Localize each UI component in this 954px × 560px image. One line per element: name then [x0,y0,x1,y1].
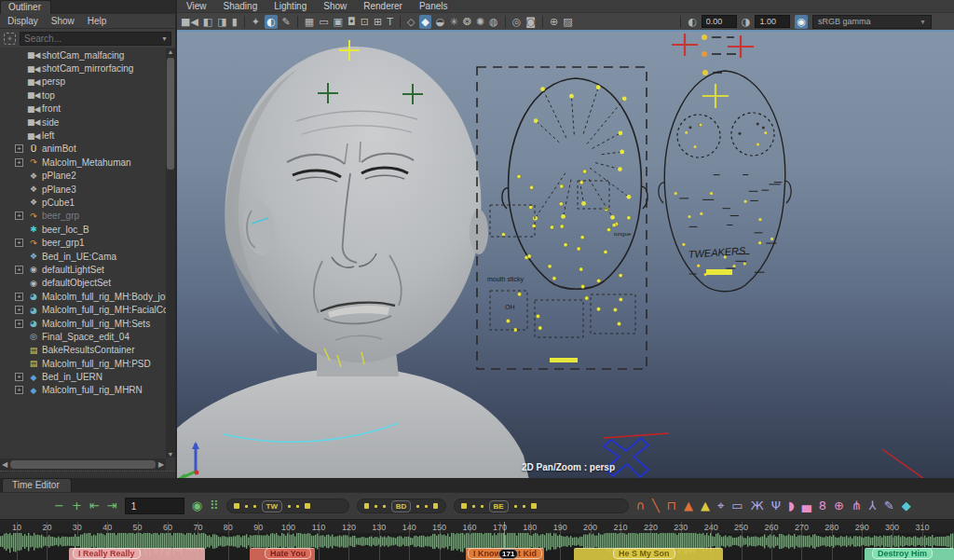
marker-track-BE[interactable]: BE [454,499,629,513]
outliner-vscrollbar[interactable]: ▲ ▼ [166,48,175,458]
xray-icon[interactable]: ◙ [525,15,536,29]
tangent-linear-icon[interactable]: ╲ [652,497,660,515]
diamond-icon[interactable]: ◆ [902,497,911,515]
viewport-canvas[interactable]: mouth sticky tongue OH TWEAKERS [177,30,954,478]
menu-show[interactable]: Show [51,16,75,26]
snap-grid-icon[interactable]: ⠿ [210,497,219,515]
tree-item-Malcolm_full_rig_MH:FacialControls[interactable]: +◕Malcolm_full_rig_MH:FacialControls [0,303,166,316]
tree-item-BakeResultsContainer[interactable]: ▤BakeResultsContainer [0,344,166,357]
scroll-down-icon[interactable]: ▼ [166,451,175,458]
key-dot[interactable] [416,505,419,508]
key-square[interactable] [531,503,537,509]
key-dot[interactable] [375,505,377,508]
region-icon[interactable]: ⊡ [361,15,369,29]
key-dot[interactable] [288,505,291,508]
filter-icon[interactable]: ⌖ [4,33,16,45]
tree-item-Malcolm_full_rig_MH:PSD[interactable]: ▤Malcolm_full_rig_MH:PSD [0,357,166,370]
track-button-BD[interactable]: BD [391,500,412,512]
track-button-BE[interactable]: BE [489,500,509,512]
grease-pencil-icon[interactable]: ▨ [563,15,572,29]
light-icon[interactable]: ✦ [252,15,260,29]
track-button-TW[interactable]: TW [262,500,282,512]
pan-zoom-icon[interactable]: ⊞ [374,15,382,29]
time-editor-timeline[interactable]: 1020304050607080901001101201301401501601… [0,522,954,560]
ao-icon[interactable]: ✺ [476,15,484,29]
tree-item-Final_Space_edit_04[interactable]: ◎Final_Space_edit_04 [0,330,166,343]
key-square[interactable] [461,503,467,509]
ghost-icon[interactable]: ◗ [788,497,795,515]
key-dot[interactable] [383,505,386,508]
mute-icon[interactable]: ◉ [192,497,202,515]
scroll-right-icon[interactable]: ▶ [157,460,166,469]
time-editor-tab[interactable]: Time Editor [2,478,72,492]
camera-lock-icon[interactable]: ◨ [217,15,226,29]
key-dot[interactable] [296,505,299,508]
character-head[interactable] [225,47,488,362]
bookmark-icon[interactable]: ▮ [232,15,238,29]
expand-icon[interactable]: + [15,144,23,153]
expand-icon[interactable]: + [15,306,23,314]
isolate-select-icon[interactable]: ◎ [512,15,522,29]
tree-item-pPlane2[interactable]: ❖pPlane2 [0,170,166,183]
runner-icon[interactable]: Ж [751,497,764,515]
motion-blur-icon[interactable]: ◍ [489,15,498,29]
tangent-step-icon[interactable]: ⊓ [667,497,676,515]
clip-label[interactable]: Hate You [265,548,311,559]
tree-item-Malcolm_full_rig_MH:Body_joints[interactable]: +◕Malcolm_full_rig_MH:Body_joints [0,290,166,303]
tree-item-pCube1[interactable]: ❖pCube1 [0,196,166,209]
start-frame-field[interactable] [125,498,184,514]
gamma-icon[interactable]: ◑ [742,15,751,29]
resolution-gate-icon[interactable]: ▣ [334,15,343,29]
expand-icon[interactable]: + [15,320,23,328]
key-square[interactable] [305,503,310,509]
expand-icon[interactable]: + [15,373,23,381]
key-dot[interactable] [523,505,525,508]
marker-track-TW[interactable]: TW [226,499,349,513]
textured-icon[interactable]: ◒ [436,15,445,29]
view-transform-select[interactable]: sRGB gamma▼ [812,15,932,29]
tree-item-persp[interactable]: ■◀persp [0,75,166,89]
grid-icon[interactable]: ▦ [305,15,314,29]
tree-item-defaultLightSet[interactable]: +◉defaultLightSet [0,263,166,276]
menu-help[interactable]: Help [88,16,107,26]
tree-item-shotCam_malfacing[interactable]: ■◀shotCam_malfacing [0,48,166,61]
pick-graph-icon[interactable]: ⋔ [852,497,862,515]
tree-item-top[interactable]: ■◀top [0,89,166,102]
tree-item-pPlane3[interactable]: ❖pPlane3 [0,183,166,196]
hscroll-thumb[interactable] [10,460,156,469]
tweakers-picker-board[interactable]: TWEAKERS [659,34,791,292]
key-square[interactable] [234,503,239,509]
use-lights-icon[interactable]: ✳ [449,15,457,29]
menu-lighting[interactable]: Lighting [274,1,307,11]
scene-asset-icon[interactable]: ▄ [802,497,811,515]
tree-item-beer_grp1[interactable]: +↷beer_grp1 [0,236,166,249]
tree-item-Bed_in_UERN[interactable]: +◆Bed_in_UERN [0,370,166,383]
key-dot[interactable] [253,505,256,508]
tree-item-shotCam_mirrorfacing[interactable]: ■◀shotCam_mirrorfacing [0,61,166,75]
key-square[interactable] [364,503,370,509]
tree-item-left[interactable]: ■◀left [0,129,166,142]
facial-picker-board[interactable]: mouth sticky tongue OH [477,67,647,369]
add-icon[interactable]: + [72,497,82,515]
character-icon[interactable]: Ψ [771,497,781,515]
tree-item-beer_grp[interactable]: +↷beer_grp [0,210,166,223]
vscroll-thumb[interactable] [167,58,174,170]
chevron-down-icon[interactable]: ▼ [161,35,170,42]
step-fwd-icon[interactable]: ⇥ [107,497,117,515]
key-dot[interactable] [514,505,517,508]
menu-panels[interactable]: Panels [419,1,448,11]
panel-resize-handle[interactable] [0,471,175,478]
menu-shading[interactable]: Shading [224,1,258,11]
select-camera-icon[interactable]: ◐ [265,15,278,29]
clip-label[interactable]: I Really Really [73,548,141,559]
tree-item-beer_loc_B[interactable]: ✱beer_loc_B [0,223,166,236]
hud-icon[interactable]: T [387,15,393,29]
key-dot[interactable] [481,505,484,508]
key-dot[interactable] [245,505,248,508]
key-marker-icon[interactable]: ▲ [684,497,693,515]
menu-display[interactable]: Display [7,16,38,26]
snap-icon[interactable]: ⊕ [550,15,558,29]
paint-icon[interactable]: ✎ [282,15,291,29]
exposure-icon[interactable]: ◐ [688,15,697,29]
tree-item-Malcolm_Metahuman[interactable]: +↷Malcolm_Metahuman [0,156,166,169]
